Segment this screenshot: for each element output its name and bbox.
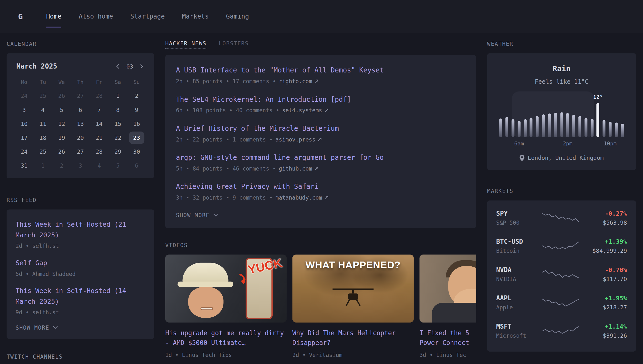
market-ticker: SPY <box>496 210 541 217</box>
market-name: NVIDIA <box>496 276 541 282</box>
top-nav: G Home Also home Startpage Markets Gamin… <box>0 0 643 33</box>
weather-bar <box>530 118 533 137</box>
news-meta: 2h • 85 points • 17 comments • righto.co… <box>176 78 465 84</box>
rss-item-link[interactable]: This Week in Self-Hosted (21 March 2025) <box>16 219 145 240</box>
weather-bar <box>590 119 593 137</box>
market-price: $563.98 <box>580 219 627 226</box>
video-thumbnail[interactable]: WHAT HAPPENED? <box>292 254 414 322</box>
dashboard-page: G Home Also home Startpage Markets Gamin… <box>0 0 643 364</box>
calendar-day: 27 <box>71 89 90 103</box>
news-title-link[interactable]: argp: GNU-style command line argument pa… <box>176 153 465 162</box>
rss-item-link[interactable]: Self Gap <box>16 258 145 268</box>
rss-show-more-label: SHOW MORE <box>16 324 49 331</box>
location-pin-icon <box>519 155 524 161</box>
calendar-header: March 2025 03 <box>15 62 146 75</box>
market-row[interactable]: AAPL Apple +1.95% $218.27 <box>487 288 636 317</box>
market-row[interactable]: NVDA NVIDIA -0.70% $117.70 <box>487 260 636 288</box>
news-meta: 2h • 22 points • 1 comments • asimov.pre… <box>176 136 465 143</box>
tab-gaming[interactable]: Gaming <box>217 0 258 33</box>
markets-section-label: MARKETS <box>487 187 636 195</box>
news-domain-link[interactable]: righto.com <box>279 78 319 84</box>
news-domain-link[interactable]: sel4.systems <box>282 107 329 114</box>
market-price: $218.27 <box>580 304 627 310</box>
news-title-link[interactable]: A USB Interface to the "Mother of All De… <box>176 66 465 75</box>
calendar-weekday: Su <box>127 75 146 89</box>
rss-item: Self Gap 5d • Ahmad Shadeed <box>16 258 145 277</box>
tab-lobsters[interactable]: LOBSTERS <box>219 40 249 47</box>
calendar-weekday: We <box>52 75 71 89</box>
calendar-day: 5 <box>52 103 71 117</box>
calendar-day: 6 <box>127 158 146 172</box>
market-change: -0.27% <box>580 210 627 217</box>
video-meta: 2d • Veritasium <box>292 352 414 358</box>
video-thumbnail[interactable]: DO <box>419 254 476 322</box>
calendar-day: 12 <box>52 117 71 131</box>
external-link-icon <box>324 108 329 112</box>
weather-bar <box>584 118 587 137</box>
news-title-link[interactable]: The SeL4 Microkernel: An Introduction [p… <box>176 95 465 104</box>
calendar-section-label: CALENDAR <box>7 40 154 48</box>
hard-hat-shape <box>183 263 229 284</box>
news-meta-text: 3h • 32 points • 9 comments • <box>176 194 273 201</box>
weather-bar <box>517 121 520 137</box>
market-quote: -0.27% $563.98 <box>580 210 627 226</box>
video-title-link[interactable]: His upgrade got me really dirty - AMD $5… <box>165 328 287 348</box>
tab-hacker-news[interactable]: HACKER NEWS <box>165 40 207 49</box>
calendar-prev-icon[interactable] <box>115 64 121 69</box>
news-domain-link[interactable]: github.com <box>279 165 319 172</box>
market-ticker: BTC-USD <box>496 238 541 246</box>
tab-also-home[interactable]: Also home <box>70 0 122 33</box>
news-title-link[interactable]: A Brief History of the Miracle Bacterium <box>176 124 465 133</box>
news-domain-link[interactable]: matanabudy.com <box>275 194 329 201</box>
helicopter-icon <box>331 284 376 308</box>
rss-item-meta: 2d • selfh.st <box>16 242 145 249</box>
weather-bar <box>524 119 526 137</box>
video-title-link[interactable]: Why Did The Mars Helicopter Disappear? <box>292 328 414 348</box>
weather-bar <box>554 113 557 137</box>
market-row[interactable]: MSFT Microsoft +1.14% $391.26 <box>487 317 636 345</box>
app-logo[interactable]: G <box>12 8 28 24</box>
market-sparkline <box>541 324 580 338</box>
tab-markets[interactable]: Markets <box>173 0 217 33</box>
weather-condition: Rain <box>498 64 625 74</box>
weather-bar <box>621 124 624 137</box>
calendar-day: 18 <box>34 131 52 145</box>
body-shape <box>432 303 476 322</box>
news-title-link[interactable]: Achieving Great Privacy with Safari <box>176 182 465 192</box>
hard-hat-brim-shape <box>178 282 233 287</box>
calendar-day: 15 <box>108 117 127 131</box>
calendar-day: 4 <box>34 103 52 117</box>
weather-section-label: WEATHER <box>487 40 636 48</box>
market-symbol: BTC-USD Bitcoin <box>496 238 541 254</box>
market-quote: +1.39% $84,999.29 <box>580 238 627 254</box>
market-row[interactable]: BTC-USD Bitcoin +1.39% $84,999.29 <box>487 232 636 260</box>
news-meta: 5h • 84 points • 46 comments • github.co… <box>176 165 465 172</box>
rss-show-more-button[interactable]: SHOW MORE <box>16 324 58 331</box>
calendar-next-icon[interactable] <box>139 64 145 69</box>
video-thumbnail[interactable]: YUCK <box>165 254 287 322</box>
calendar-day: 6 <box>71 103 90 117</box>
market-change: -0.70% <box>580 266 627 274</box>
market-row[interactable]: SPY S&P 500 -0.27% $563.98 <box>487 204 636 232</box>
news-domain-link[interactable]: asimov.press <box>275 136 322 143</box>
video-title-link[interactable]: I Fixed the 5 Power Connect <box>419 328 476 348</box>
calendar-day: 10 <box>15 117 34 131</box>
market-symbol: SPY S&P 500 <box>496 210 541 226</box>
weather-axis: 6am2pm10pm <box>498 140 625 148</box>
market-name: Apple <box>496 304 541 310</box>
external-link-icon <box>324 195 329 200</box>
red-arrow-icon <box>238 273 247 285</box>
tab-home[interactable]: Home <box>38 0 70 33</box>
news-show-more-label: SHOW MORE <box>176 212 210 218</box>
market-sparkline <box>541 211 580 225</box>
weather-chart: 12° <box>498 92 625 137</box>
news-show-more-button[interactable]: SHOW MORE <box>176 212 218 218</box>
tab-startpage[interactable]: Startpage <box>122 0 174 33</box>
calendar-day: 29 <box>108 145 127 158</box>
rss-item-link[interactable]: This Week in Self-Hosted (14 March 2025) <box>16 286 145 307</box>
thumbnail-overlay-text: WHAT HAPPENED? <box>292 259 414 271</box>
calendar-day-selected: 23 <box>129 132 144 144</box>
market-price: $117.70 <box>580 276 627 282</box>
weather-time-label: 6am <box>514 140 524 146</box>
calendar-day: 27 <box>71 145 90 158</box>
